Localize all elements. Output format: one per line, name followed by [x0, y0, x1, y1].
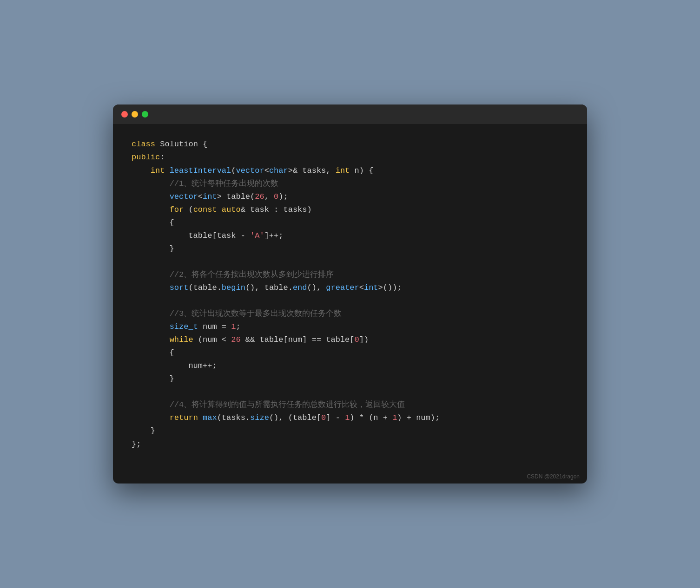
- code-line-11: //2、将各个任务按出现次数从多到少进行排序: [132, 268, 568, 281]
- close-dot[interactable]: [121, 111, 128, 118]
- code-line-2: public:: [132, 151, 568, 164]
- code-line-21: //4、将计算得到的值与所需执行任务的总数进行比较，返回较大值: [132, 399, 568, 412]
- code-line-19: }: [132, 372, 568, 385]
- code-line-20: [132, 385, 568, 399]
- code-line-14: //3、统计出现次数等于最多出现次数的任务个数: [132, 307, 568, 320]
- code-line-8: table[task - 'A']++;: [132, 229, 568, 242]
- minimize-dot[interactable]: [132, 111, 138, 118]
- code-line-17: {: [132, 346, 568, 359]
- code-line-10: [132, 255, 568, 268]
- code-line-6: for (const auto& task : tasks): [132, 203, 568, 216]
- watermark: CSDN @2021dragon: [113, 470, 587, 483]
- code-line-4: //1、统计每种任务出现的次数: [132, 177, 568, 190]
- code-window: class Solution { public: int leastInterv…: [113, 105, 587, 483]
- code-line-5: vector<int> table(26, 0);: [132, 190, 568, 203]
- code-editor: class Solution { public: int leastInterv…: [113, 124, 587, 469]
- title-bar: [113, 105, 587, 124]
- code-line-13: [132, 294, 568, 307]
- code-line-15: size_t num = 1;: [132, 320, 568, 333]
- code-line-16: while (num < 26 && table[num] == table[0…: [132, 333, 568, 346]
- code-line-24: };: [132, 438, 568, 451]
- code-line-12: sort(table.begin(), table.end(), greater…: [132, 281, 568, 294]
- code-line-7: {: [132, 216, 568, 229]
- code-line-9: }: [132, 242, 568, 255]
- code-line-3: int leastInterval(vector<char>& tasks, i…: [132, 164, 568, 177]
- code-line-1: class Solution {: [132, 138, 568, 151]
- code-line-18: num++;: [132, 359, 568, 372]
- maximize-dot[interactable]: [142, 111, 148, 118]
- code-line-23: }: [132, 425, 568, 438]
- code-line-22: return max(tasks.size(), (table[0] - 1) …: [132, 412, 568, 425]
